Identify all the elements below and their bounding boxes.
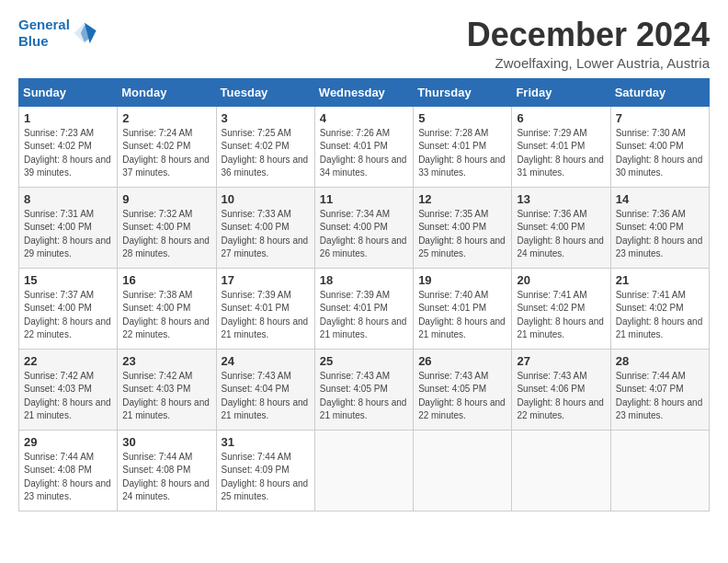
day-content: Sunrise: 7:39 AMSunset: 4:01 PMDaylight:… bbox=[222, 290, 309, 340]
calendar-cell: 6 Sunrise: 7:29 AMSunset: 4:01 PMDayligh… bbox=[512, 106, 610, 187]
day-content: Sunrise: 7:44 AMSunset: 4:07 PMDaylight:… bbox=[616, 371, 703, 421]
day-number: 14 bbox=[616, 192, 704, 206]
day-number: 27 bbox=[517, 354, 605, 368]
calendar-cell: 31 Sunrise: 7:44 AMSunset: 4:09 PMDaylig… bbox=[216, 430, 314, 511]
day-content: Sunrise: 7:36 AMSunset: 4:00 PMDaylight:… bbox=[517, 209, 604, 259]
calendar-cell bbox=[314, 430, 413, 511]
day-number: 23 bbox=[122, 354, 210, 368]
day-number: 26 bbox=[418, 354, 506, 368]
day-number: 31 bbox=[222, 435, 310, 449]
day-number: 16 bbox=[122, 273, 210, 287]
day-number: 4 bbox=[320, 111, 408, 125]
column-header-tuesday: Tuesday bbox=[216, 78, 314, 106]
day-content: Sunrise: 7:29 AMSunset: 4:01 PMDaylight:… bbox=[517, 128, 604, 178]
calendar-cell: 1 Sunrise: 7:23 AMSunset: 4:02 PMDayligh… bbox=[19, 106, 118, 187]
calendar-header-row: SundayMondayTuesdayWednesdayThursdayFrid… bbox=[19, 78, 710, 106]
day-content: Sunrise: 7:32 AMSunset: 4:00 PMDaylight:… bbox=[122, 209, 210, 259]
calendar-cell: 3 Sunrise: 7:25 AMSunset: 4:02 PMDayligh… bbox=[216, 106, 314, 187]
calendar-cell: 24 Sunrise: 7:43 AMSunset: 4:04 PMDaylig… bbox=[216, 349, 314, 430]
day-content: Sunrise: 7:43 AMSunset: 4:04 PMDaylight:… bbox=[222, 371, 309, 421]
calendar-cell: 26 Sunrise: 7:43 AMSunset: 4:05 PMDaylig… bbox=[414, 349, 512, 430]
calendar-cell: 14 Sunrise: 7:36 AMSunset: 4:00 PMDaylig… bbox=[610, 187, 709, 268]
day-content: Sunrise: 7:38 AMSunset: 4:00 PMDaylight:… bbox=[122, 290, 210, 340]
calendar-cell: 22 Sunrise: 7:42 AMSunset: 4:03 PMDaylig… bbox=[19, 349, 118, 430]
day-number: 24 bbox=[222, 354, 310, 368]
day-content: Sunrise: 7:26 AMSunset: 4:01 PMDaylight:… bbox=[320, 128, 407, 178]
day-number: 25 bbox=[320, 354, 408, 368]
calendar-week-1: 1 Sunrise: 7:23 AMSunset: 4:02 PMDayligh… bbox=[19, 106, 710, 187]
location-title: Zwoelfaxing, Lower Austria, Austria bbox=[467, 55, 710, 71]
day-content: Sunrise: 7:42 AMSunset: 4:03 PMDaylight:… bbox=[24, 371, 111, 421]
calendar-cell bbox=[512, 430, 610, 511]
logo-text: GeneralBlue bbox=[18, 17, 70, 50]
column-header-sunday: Sunday bbox=[19, 78, 118, 106]
calendar-week-5: 29 Sunrise: 7:44 AMSunset: 4:08 PMDaylig… bbox=[19, 430, 710, 511]
day-number: 7 bbox=[616, 111, 704, 125]
day-number: 18 bbox=[320, 273, 408, 287]
day-content: Sunrise: 7:33 AMSunset: 4:00 PMDaylight:… bbox=[222, 209, 309, 259]
calendar-cell: 27 Sunrise: 7:43 AMSunset: 4:06 PMDaylig… bbox=[512, 349, 610, 430]
day-number: 28 bbox=[616, 354, 704, 368]
day-number: 12 bbox=[418, 192, 506, 206]
calendar-week-3: 15 Sunrise: 7:37 AMSunset: 4:00 PMDaylig… bbox=[19, 268, 710, 349]
day-content: Sunrise: 7:36 AMSunset: 4:00 PMDaylight:… bbox=[616, 209, 703, 259]
calendar-cell bbox=[610, 430, 709, 511]
day-content: Sunrise: 7:24 AMSunset: 4:02 PMDaylight:… bbox=[122, 128, 210, 178]
calendar-week-2: 8 Sunrise: 7:31 AMSunset: 4:00 PMDayligh… bbox=[19, 187, 710, 268]
day-number: 1 bbox=[24, 111, 112, 125]
day-number: 21 bbox=[616, 273, 704, 287]
month-title: December 2024 bbox=[467, 17, 710, 53]
day-number: 11 bbox=[320, 192, 408, 206]
calendar-cell: 17 Sunrise: 7:39 AMSunset: 4:01 PMDaylig… bbox=[216, 268, 314, 349]
calendar-cell bbox=[414, 430, 512, 511]
day-number: 19 bbox=[418, 273, 506, 287]
day-content: Sunrise: 7:41 AMSunset: 4:02 PMDaylight:… bbox=[616, 290, 703, 340]
calendar-cell: 19 Sunrise: 7:40 AMSunset: 4:01 PMDaylig… bbox=[414, 268, 512, 349]
column-header-friday: Friday bbox=[512, 78, 610, 106]
calendar-cell: 12 Sunrise: 7:35 AMSunset: 4:00 PMDaylig… bbox=[414, 187, 512, 268]
calendar-cell: 21 Sunrise: 7:41 AMSunset: 4:02 PMDaylig… bbox=[610, 268, 709, 349]
column-header-thursday: Thursday bbox=[414, 78, 512, 106]
day-content: Sunrise: 7:30 AMSunset: 4:00 PMDaylight:… bbox=[616, 128, 703, 178]
calendar-cell: 25 Sunrise: 7:43 AMSunset: 4:05 PMDaylig… bbox=[314, 349, 413, 430]
calendar-table: SundayMondayTuesdayWednesdayThursdayFrid… bbox=[18, 78, 710, 511]
day-content: Sunrise: 7:42 AMSunset: 4:03 PMDaylight:… bbox=[122, 371, 210, 421]
calendar-cell: 20 Sunrise: 7:41 AMSunset: 4:02 PMDaylig… bbox=[512, 268, 610, 349]
page-header: GeneralBlue December 2024 Zwoelfaxing, L… bbox=[18, 17, 710, 71]
day-number: 10 bbox=[222, 192, 310, 206]
day-content: Sunrise: 7:25 AMSunset: 4:02 PMDaylight:… bbox=[222, 128, 309, 178]
logo: GeneralBlue bbox=[18, 17, 97, 50]
day-content: Sunrise: 7:40 AMSunset: 4:01 PMDaylight:… bbox=[418, 290, 506, 340]
column-header-saturday: Saturday bbox=[610, 78, 709, 106]
day-number: 29 bbox=[24, 435, 112, 449]
calendar-cell: 4 Sunrise: 7:26 AMSunset: 4:01 PMDayligh… bbox=[314, 106, 413, 187]
calendar-cell: 5 Sunrise: 7:28 AMSunset: 4:01 PMDayligh… bbox=[414, 106, 512, 187]
day-content: Sunrise: 7:31 AMSunset: 4:00 PMDaylight:… bbox=[24, 209, 111, 259]
day-content: Sunrise: 7:43 AMSunset: 4:05 PMDaylight:… bbox=[320, 371, 407, 421]
day-content: Sunrise: 7:23 AMSunset: 4:02 PMDaylight:… bbox=[24, 128, 111, 178]
day-number: 22 bbox=[24, 354, 112, 368]
calendar-cell: 15 Sunrise: 7:37 AMSunset: 4:00 PMDaylig… bbox=[19, 268, 118, 349]
calendar-cell: 29 Sunrise: 7:44 AMSunset: 4:08 PMDaylig… bbox=[19, 430, 118, 511]
day-number: 20 bbox=[517, 273, 605, 287]
day-content: Sunrise: 7:44 AMSunset: 4:09 PMDaylight:… bbox=[222, 452, 309, 502]
day-content: Sunrise: 7:37 AMSunset: 4:00 PMDaylight:… bbox=[24, 290, 111, 340]
day-number: 8 bbox=[24, 192, 112, 206]
column-header-wednesday: Wednesday bbox=[314, 78, 413, 106]
day-content: Sunrise: 7:34 AMSunset: 4:00 PMDaylight:… bbox=[320, 209, 407, 259]
day-number: 2 bbox=[122, 111, 210, 125]
day-number: 5 bbox=[418, 111, 506, 125]
day-number: 17 bbox=[222, 273, 310, 287]
day-number: 30 bbox=[122, 435, 210, 449]
calendar-cell: 23 Sunrise: 7:42 AMSunset: 4:03 PMDaylig… bbox=[118, 349, 216, 430]
day-content: Sunrise: 7:35 AMSunset: 4:00 PMDaylight:… bbox=[418, 209, 506, 259]
column-header-monday: Monday bbox=[118, 78, 216, 106]
calendar-cell: 28 Sunrise: 7:44 AMSunset: 4:07 PMDaylig… bbox=[610, 349, 709, 430]
title-area: December 2024 Zwoelfaxing, Lower Austria… bbox=[467, 17, 710, 71]
calendar-cell: 9 Sunrise: 7:32 AMSunset: 4:00 PMDayligh… bbox=[118, 187, 216, 268]
day-content: Sunrise: 7:44 AMSunset: 4:08 PMDaylight:… bbox=[24, 452, 111, 502]
calendar-cell: 16 Sunrise: 7:38 AMSunset: 4:00 PMDaylig… bbox=[118, 268, 216, 349]
day-content: Sunrise: 7:44 AMSunset: 4:08 PMDaylight:… bbox=[122, 452, 210, 502]
calendar-cell: 10 Sunrise: 7:33 AMSunset: 4:00 PMDaylig… bbox=[216, 187, 314, 268]
day-number: 13 bbox=[517, 192, 605, 206]
